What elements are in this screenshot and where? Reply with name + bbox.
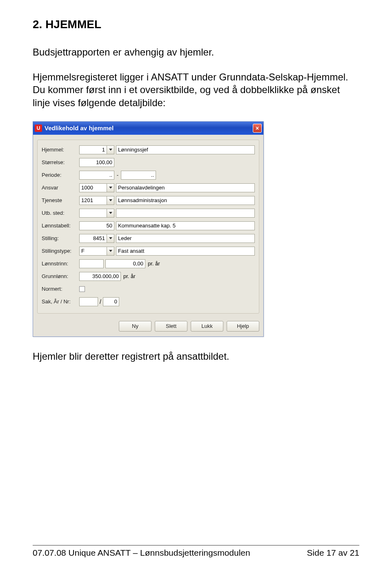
button-bar: Ny Slett Lukk Hjelp	[33, 317, 263, 336]
ansvar-dropdown-button[interactable]	[107, 183, 114, 192]
paragraph-3: Du kommer først inn i et oversiktbilde, …	[33, 83, 359, 109]
window-titlebar: U Vedlikehold av hjemmel ×	[33, 122, 263, 135]
close-button[interactable]: ×	[253, 124, 262, 133]
utbsted-desc-input[interactable]	[116, 209, 255, 218]
app-icon: U	[35, 125, 42, 132]
ansvar-code-input[interactable]	[79, 183, 107, 192]
lonnstrinn-code-input[interactable]	[79, 259, 104, 268]
tjeneste-desc-input[interactable]	[116, 196, 255, 205]
row-storrelse: Størrelse:	[42, 158, 255, 167]
label-grunnlonn: Grunnlønn:	[42, 273, 79, 279]
row-sak: Sak, År / Nr: /	[42, 297, 255, 307]
hjelp-button[interactable]: Hjelp	[227, 321, 259, 332]
app-window: U Vedlikehold av hjemmel × Hjemmel: Stør…	[33, 121, 264, 337]
form-fieldset: Hjemmel: Størrelse: Periode: -	[37, 140, 259, 314]
footer-right: Side 17 av 21	[307, 548, 359, 558]
label-stilling: Stilling:	[42, 235, 79, 241]
slett-button[interactable]: Slett	[155, 321, 187, 332]
window-title: Vedlikehold av hjemmel	[45, 125, 253, 131]
hjemmel-desc-input[interactable]	[116, 145, 255, 154]
label-stillingstype: Stillingstype:	[42, 248, 79, 254]
label-lonnstrinn: Lønnstrinn:	[42, 261, 79, 267]
normert-checkbox[interactable]	[79, 286, 85, 292]
tjeneste-dropdown-button[interactable]	[107, 196, 114, 205]
label-hjemmel: Hjemmel:	[42, 147, 79, 153]
stilling-desc-input[interactable]	[116, 234, 255, 243]
row-utbsted: Utb. sted:	[42, 208, 255, 218]
lonnstrinn-unit: pr. år	[148, 261, 160, 267]
row-hjemmel: Hjemmel:	[42, 145, 255, 155]
utbsted-code-input[interactable]	[79, 209, 107, 218]
tjeneste-code-input[interactable]	[79, 196, 107, 205]
stillingstype-code-input[interactable]	[79, 247, 107, 256]
row-lonnstabell: Lønnstabell:	[42, 221, 255, 231]
lonnstabell-desc-input[interactable]	[116, 221, 255, 230]
row-lonnstrinn: Lønnstrinn: pr. år	[42, 259, 255, 269]
section-heading: 2. HJEMMEL	[33, 18, 359, 31]
label-tjeneste: Tjeneste	[42, 197, 79, 203]
ny-button[interactable]: Ny	[119, 321, 151, 332]
row-stillingstype: Stillingstype:	[42, 246, 255, 256]
hjemmel-dropdown-button[interactable]	[107, 145, 114, 154]
grunnlonn-unit: pr. år	[123, 273, 136, 279]
grunnlonn-amount-input[interactable]	[79, 272, 121, 281]
label-periode: Periode:	[42, 172, 79, 178]
utbsted-dropdown-button[interactable]	[107, 209, 114, 218]
ansvar-desc-input[interactable]	[116, 183, 255, 192]
lukk-button[interactable]: Lukk	[191, 321, 223, 332]
row-normert: Normert:	[42, 284, 255, 294]
label-sak: Sak, År / Nr:	[42, 298, 79, 305]
page-footer: 07.07.08 Unique ANSATT – Lønnsbudsjetter…	[33, 545, 359, 558]
row-tjeneste: Tjeneste	[42, 196, 255, 205]
stilling-code-input[interactable]	[79, 234, 107, 243]
row-stilling: Stilling:	[42, 234, 255, 243]
storrelse-input[interactable]	[79, 158, 114, 167]
row-ansvar: Ansvar	[42, 183, 255, 193]
stilling-dropdown-button[interactable]	[107, 234, 114, 243]
stillingstype-desc-input[interactable]	[116, 247, 255, 256]
hjemmel-code-input[interactable]	[79, 145, 107, 154]
label-utbsted: Utb. sted:	[42, 210, 79, 216]
label-storrelse: Størrelse:	[42, 159, 79, 165]
label-ansvar: Ansvar	[42, 185, 79, 191]
footer-left: 07.07.08 Unique ANSATT – Lønnsbudsjetter…	[33, 548, 250, 558]
periode-from-input[interactable]	[79, 171, 114, 180]
periode-separator: -	[116, 172, 120, 178]
sak-year-input[interactable]	[79, 297, 98, 306]
paragraph-2: Hjemmelsregisteret ligger i ANSATT under…	[33, 71, 359, 83]
label-lonnstabell: Lønnstabell:	[42, 223, 79, 229]
sak-nr-input[interactable]	[103, 297, 119, 306]
lonnstabell-code-input[interactable]	[79, 221, 114, 230]
row-periode: Periode: -	[42, 170, 255, 180]
sak-slash: /	[100, 298, 101, 305]
row-grunnlonn: Grunnlønn: pr. år	[42, 272, 255, 281]
stillingstype-dropdown-button[interactable]	[107, 247, 114, 256]
paragraph-1: Budsjettrapporten er avhengig av hjemler…	[33, 46, 359, 58]
lonnstrinn-amount-input[interactable]	[105, 259, 145, 268]
label-normert: Normert:	[42, 286, 79, 292]
paragraph-after-window: Hjemler blir deretter registrert på ansa…	[33, 351, 359, 362]
periode-to-input[interactable]	[121, 171, 156, 180]
